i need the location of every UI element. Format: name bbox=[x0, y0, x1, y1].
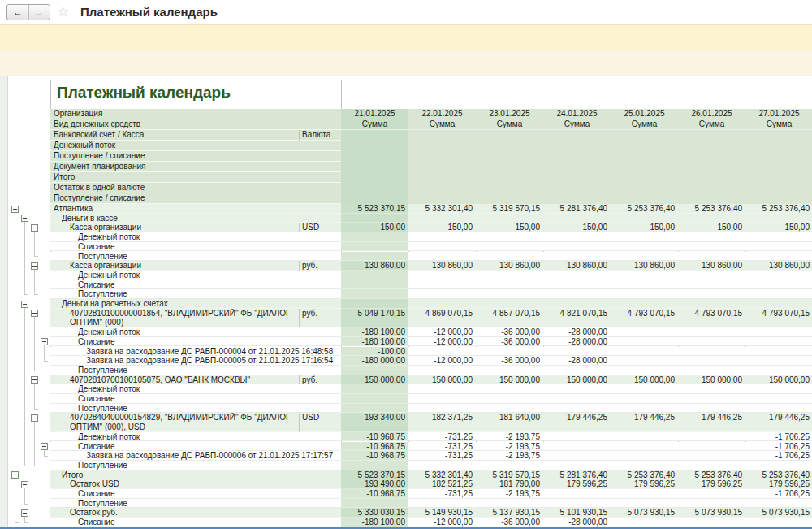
amount-cell[interactable] bbox=[611, 394, 678, 404]
amount-cell[interactable] bbox=[678, 384, 745, 394]
row-label[interactable]: Списание bbox=[50, 242, 341, 252]
amount-cell[interactable] bbox=[476, 394, 543, 404]
amount-cell[interactable] bbox=[611, 271, 678, 280]
amount-cell[interactable]: 179 596,25 bbox=[611, 479, 678, 489]
amount-cell[interactable]: 179 446,25 bbox=[611, 413, 678, 431]
amount-cell[interactable] bbox=[543, 252, 611, 262]
amount-cell[interactable] bbox=[408, 242, 476, 252]
amount-cell[interactable] bbox=[476, 347, 543, 357]
amount-cell[interactable]: 179 446,25 bbox=[745, 413, 812, 431]
amount-cell[interactable] bbox=[678, 214, 745, 223]
amount-cell[interactable] bbox=[611, 280, 678, 290]
amount-cell[interactable]: 150,00 bbox=[341, 223, 408, 232]
amount-cell[interactable] bbox=[543, 432, 611, 442]
tree-collapse-toggle[interactable] bbox=[21, 481, 28, 488]
amount-cell[interactable] bbox=[678, 271, 745, 280]
amount-cell[interactable]: 5 137 930,15 bbox=[476, 508, 543, 518]
amount-cell[interactable]: -731,25 bbox=[408, 451, 476, 461]
amount-cell[interactable] bbox=[476, 214, 543, 223]
amount-cell[interactable] bbox=[678, 451, 745, 461]
amount-cell[interactable]: -12 000,00 bbox=[408, 518, 476, 527]
amount-cell[interactable]: 5 253 376,40 bbox=[678, 204, 745, 214]
tree-collapse-toggle[interactable] bbox=[31, 262, 38, 270]
amount-cell[interactable]: -28 000,00 bbox=[543, 518, 611, 527]
amount-cell[interactable] bbox=[745, 327, 812, 337]
amount-cell[interactable]: 5 330 030,15 bbox=[341, 508, 408, 518]
amount-cell[interactable] bbox=[543, 499, 611, 509]
amount-cell[interactable] bbox=[543, 271, 611, 280]
row-label[interactable]: Денежный поток bbox=[50, 271, 341, 280]
amount-cell[interactable]: -36 000,00 bbox=[476, 327, 543, 337]
amount-cell[interactable] bbox=[408, 404, 476, 414]
row-label[interactable]: Списание bbox=[50, 489, 341, 499]
amount-cell[interactable] bbox=[611, 499, 678, 509]
row-label[interactable]: 40702840400000154829, "ВЛАДИМИРСКИЙ" ФБ … bbox=[50, 413, 299, 431]
tree-collapse-toggle[interactable] bbox=[21, 301, 28, 308]
amount-cell[interactable]: 182 521,25 bbox=[408, 479, 476, 489]
row-label[interactable]: Поступление bbox=[50, 404, 341, 414]
row-label[interactable]: Заявка на расходование ДС РАБП-000004 от… bbox=[50, 347, 341, 357]
amount-cell[interactable]: 150 000,00 bbox=[745, 375, 812, 385]
row-label[interactable]: Списание bbox=[50, 337, 341, 347]
amount-cell[interactable] bbox=[408, 394, 476, 404]
amount-cell[interactable] bbox=[678, 432, 745, 442]
amount-cell[interactable] bbox=[408, 347, 476, 357]
row-label[interactable]: Денежный поток bbox=[50, 327, 341, 337]
amount-cell[interactable]: 150 000,00 bbox=[543, 375, 611, 385]
amount-cell[interactable]: -10 968,75 bbox=[341, 451, 408, 461]
amount-cell[interactable]: 181 640,00 bbox=[476, 413, 543, 431]
amount-cell[interactable]: -28 000,00 bbox=[543, 327, 611, 337]
amount-cell[interactable] bbox=[408, 499, 476, 509]
amount-cell[interactable]: 5 253 376,40 bbox=[745, 470, 812, 480]
amount-cell[interactable] bbox=[745, 394, 812, 404]
row-label[interactable]: Денежный поток bbox=[50, 432, 341, 442]
amount-cell[interactable]: 179 446,25 bbox=[678, 413, 745, 431]
amount-cell[interactable] bbox=[678, 299, 745, 309]
amount-cell[interactable] bbox=[678, 252, 745, 262]
amount-cell[interactable] bbox=[678, 461, 745, 470]
amount-cell[interactable]: -180 100,00 bbox=[341, 327, 408, 337]
amount-cell[interactable] bbox=[543, 347, 611, 357]
amount-cell[interactable] bbox=[476, 271, 543, 280]
amount-cell[interactable] bbox=[476, 242, 543, 252]
amount-cell[interactable] bbox=[543, 461, 611, 470]
amount-cell[interactable] bbox=[745, 252, 812, 262]
amount-cell[interactable] bbox=[611, 432, 678, 442]
amount-cell[interactable]: 5 073 930,15 bbox=[611, 508, 678, 518]
amount-cell[interactable] bbox=[341, 280, 408, 290]
amount-cell[interactable]: 150 000,00 bbox=[678, 375, 745, 385]
amount-cell[interactable]: -36 000,00 bbox=[476, 337, 543, 347]
amount-cell[interactable]: 4 857 070,15 bbox=[476, 309, 543, 327]
amount-cell[interactable] bbox=[678, 356, 745, 366]
amount-cell[interactable]: 5 523 370,15 bbox=[341, 204, 408, 214]
favorite-star-icon[interactable]: ☆ bbox=[57, 3, 69, 20]
amount-cell[interactable] bbox=[745, 242, 812, 252]
amount-cell[interactable]: 150,00 bbox=[408, 223, 476, 232]
row-label[interactable]: Итого bbox=[50, 470, 341, 480]
amount-cell[interactable]: 150,00 bbox=[745, 223, 812, 232]
amount-cell[interactable] bbox=[745, 384, 812, 394]
amount-cell[interactable]: 150,00 bbox=[611, 223, 678, 232]
amount-cell[interactable]: 150 000,00 bbox=[611, 375, 678, 385]
amount-cell[interactable]: 5 523 370,15 bbox=[341, 470, 408, 480]
amount-cell[interactable]: 193 490,00 bbox=[341, 479, 408, 489]
row-label[interactable]: Деньги на расчетных счетах bbox=[50, 299, 341, 309]
amount-cell[interactable] bbox=[611, 232, 678, 242]
amount-cell[interactable] bbox=[543, 299, 611, 309]
amount-cell[interactable]: 179 596,25 bbox=[678, 479, 745, 489]
amount-cell[interactable] bbox=[341, 299, 408, 309]
amount-cell[interactable]: 150 000,00 bbox=[476, 375, 543, 385]
amount-cell[interactable]: 150 000,00 bbox=[408, 375, 476, 385]
amount-cell[interactable] bbox=[678, 404, 745, 414]
amount-cell[interactable] bbox=[678, 232, 745, 242]
amount-cell[interactable]: 5 253 376,40 bbox=[611, 204, 678, 214]
amount-cell[interactable] bbox=[611, 518, 678, 527]
amount-cell[interactable] bbox=[611, 242, 678, 252]
amount-cell[interactable] bbox=[678, 289, 745, 299]
amount-cell[interactable] bbox=[341, 232, 408, 242]
amount-cell[interactable] bbox=[341, 271, 408, 280]
amount-cell[interactable] bbox=[341, 242, 408, 252]
amount-cell[interactable] bbox=[611, 299, 678, 309]
amount-cell[interactable]: 150,00 bbox=[476, 223, 543, 232]
amount-cell[interactable]: 179 596,25 bbox=[543, 479, 611, 489]
